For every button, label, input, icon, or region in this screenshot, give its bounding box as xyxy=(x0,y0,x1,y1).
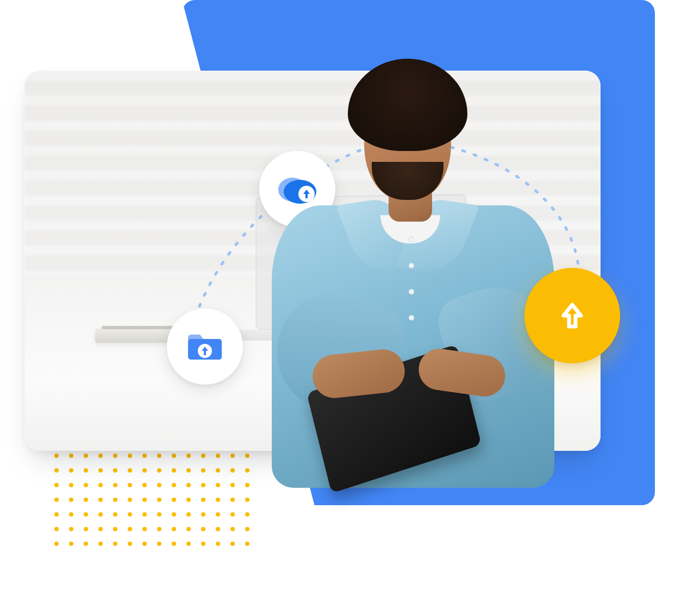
folder-upload-badge xyxy=(167,309,243,385)
laptop-base xyxy=(222,330,509,341)
folder-upload-icon xyxy=(185,330,225,363)
upload-arrow-icon xyxy=(555,298,590,333)
cloud-upload-icon xyxy=(276,173,318,205)
hero-illustration xyxy=(0,0,700,591)
photo-card xyxy=(24,71,601,451)
decorative-dot-grid xyxy=(54,454,249,546)
cloud-upload-badge xyxy=(259,151,335,227)
upload-fab[interactable] xyxy=(524,268,620,363)
